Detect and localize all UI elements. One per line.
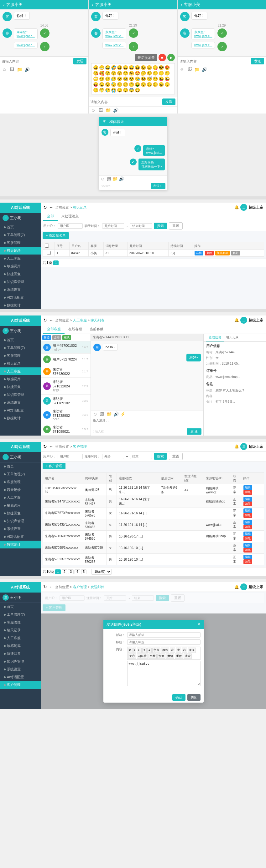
folder-icon[interactable]: 📁 bbox=[107, 411, 111, 416]
sound-icon[interactable]: 🔊 bbox=[113, 107, 118, 113]
emoji-item[interactable]: 😗 bbox=[105, 70, 111, 76]
page-5-btn[interactable]: 5 bbox=[81, 569, 87, 574]
open-demo-button[interactable]: 开启提示音 bbox=[135, 54, 157, 61]
emoji-icon[interactable]: ☺ bbox=[90, 107, 96, 113]
bell-icon[interactable]: 🔔 bbox=[234, 205, 239, 210]
emoji-item[interactable]: 😭 bbox=[111, 87, 116, 93]
image-icon[interactable]: 🖼 bbox=[98, 107, 103, 113]
edit-button[interactable]: 编辑 bbox=[243, 543, 252, 548]
sidebar-item-2[interactable]: 客服管理 bbox=[0, 618, 41, 626]
back-arrow-icon[interactable]: ‹ bbox=[3, 2, 4, 7]
align-right-btn[interactable]: 右 bbox=[182, 648, 187, 653]
emoji-item[interactable]: 😞 bbox=[164, 82, 170, 87]
emoji-item[interactable]: 😖 bbox=[158, 82, 164, 87]
start-date-input-3[interactable] bbox=[102, 454, 124, 459]
chat-list-item[interactable]: 客来访者571012024帮你...0:2:9 bbox=[41, 378, 90, 395]
sound-icon[interactable]: 🔊 bbox=[202, 67, 207, 72]
sidebar-item-8[interactable]: 系统设置 bbox=[0, 286, 41, 293]
blacklist-button[interactable]: 加黑 bbox=[243, 501, 252, 506]
edit-button[interactable]: 编辑 bbox=[243, 497, 252, 501]
refresh-icon[interactable]: ↻ bbox=[43, 318, 47, 323]
emoji-item[interactable]: 😧 bbox=[123, 87, 129, 93]
emoji-item[interactable]: 😔 bbox=[116, 82, 123, 87]
tab-online-agents[interactable]: 在线客服 bbox=[64, 325, 86, 334]
back-icon[interactable]: ← bbox=[49, 584, 53, 589]
emoji-item[interactable]: 😯 bbox=[129, 76, 134, 82]
sidebar-item-2[interactable]: 客服管理 bbox=[0, 352, 41, 360]
search-button[interactable]: 搜索 bbox=[154, 223, 167, 229]
reset-button-3[interactable]: 重置 bbox=[169, 453, 183, 460]
mid-chat-textarea[interactable] bbox=[91, 417, 203, 427]
chat-list-item[interactable]: 客来访者5764300220:1:7 bbox=[41, 365, 90, 378]
clear-btn[interactable]: 清除 bbox=[184, 653, 192, 659]
emoji-item[interactable]: 😄 bbox=[123, 65, 129, 70]
sidebar-item-10[interactable]: 客户管理 bbox=[0, 681, 41, 689]
emoji-icon[interactable]: ☺ bbox=[93, 411, 98, 416]
emoji-icon[interactable]: ☺ bbox=[100, 176, 105, 181]
emoji-item[interactable]: 😋 bbox=[152, 65, 158, 70]
color-btn[interactable]: 颜色 bbox=[161, 648, 169, 653]
sidebar-item-7[interactable]: 知识库管理 bbox=[0, 517, 41, 525]
sidebar-item-9[interactable]: AI对话配置 bbox=[0, 293, 41, 302]
image-icon[interactable]: 🖼 bbox=[100, 411, 105, 416]
emoji-item[interactable]: 🥰 bbox=[99, 70, 105, 76]
refresh-icon[interactable]: ↻ bbox=[43, 205, 47, 210]
emoji-item[interactable]: 😚 bbox=[116, 70, 123, 76]
select-all-checkbox[interactable] bbox=[45, 244, 49, 248]
detail-button[interactable]: 详情 bbox=[194, 251, 203, 255]
bell-icon[interactable]: 🔔 bbox=[234, 444, 239, 449]
emoji-item[interactable]: 🤩 bbox=[134, 70, 140, 76]
sidebar-item-3[interactable]: 聊天记录 bbox=[0, 247, 41, 254]
emoji-item[interactable]: 😐 bbox=[152, 70, 158, 76]
blacklist-button[interactable]: 加黑名单 bbox=[215, 251, 230, 255]
sidebar-item-10[interactable]: 数据统计 bbox=[0, 540, 41, 549]
tab-basic-info[interactable]: 基础信息 bbox=[206, 334, 224, 341]
sound-icon[interactable]: 🔊 bbox=[113, 411, 118, 416]
font-size-btn[interactable]: 字号 bbox=[152, 648, 160, 653]
sidebar-item-7[interactable]: 知识库管理 bbox=[0, 278, 41, 286]
emoji-item[interactable]: 😲 bbox=[140, 82, 146, 87]
emoji-item[interactable]: 😀 bbox=[93, 65, 99, 70]
align-center-btn[interactable]: 中 bbox=[176, 648, 181, 653]
emoji-item[interactable]: 🤔 bbox=[140, 70, 146, 76]
sidebar-item-1[interactable]: 工单管理(7) bbox=[0, 231, 41, 239]
sidebar-item-0[interactable]: 首页 bbox=[0, 462, 41, 470]
emoji-item[interactable]: 😨 bbox=[129, 87, 134, 93]
undo-btn[interactable]: 撤销 bbox=[166, 653, 174, 659]
back-icon[interactable]: ← bbox=[49, 444, 53, 449]
sidebar-item-4[interactable]: 人工客服 bbox=[0, 634, 41, 642]
edit-button[interactable]: 编辑 bbox=[243, 508, 252, 513]
quick-reply-icon[interactable]: ⚡ bbox=[120, 411, 125, 416]
italic-btn[interactable]: I bbox=[133, 648, 137, 653]
title-input[interactable] bbox=[127, 640, 201, 645]
edit-button[interactable]: 编辑 bbox=[243, 485, 252, 490]
sidebar-item-5[interactable]: 敏感词库 bbox=[0, 501, 41, 509]
sidebar-item-9[interactable]: AI对话配置 bbox=[0, 406, 41, 414]
mini-send-button[interactable]: 发送 ↵ bbox=[151, 183, 165, 189]
emoji-item[interactable]: 😜 bbox=[164, 76, 170, 82]
emoji-item[interactable]: 🤑 bbox=[134, 82, 140, 87]
chat-input-2[interactable] bbox=[90, 100, 161, 104]
page-size-select[interactable]: 10条/页 20条/页 bbox=[91, 569, 111, 575]
emoji-item[interactable]: 😂 bbox=[105, 65, 111, 70]
emoji-item[interactable]: 😮 bbox=[116, 76, 123, 82]
sidebar-item-3[interactable]: 聊天记录 bbox=[0, 626, 41, 634]
sidebar-item-7[interactable]: 知识库管理 bbox=[0, 391, 41, 399]
sidebar-item-6[interactable]: 快捷回复 bbox=[0, 509, 41, 517]
blacklist-button[interactable]: 加黑 bbox=[243, 536, 252, 541]
emoji-item[interactable]: 😙 bbox=[111, 70, 116, 76]
sidebar-item-10[interactable]: 数据统计 bbox=[0, 302, 41, 309]
emoji-item[interactable]: 😉 bbox=[140, 65, 146, 70]
underline-btn[interactable]: U bbox=[137, 648, 142, 653]
emoji-item[interactable]: 😟 bbox=[93, 87, 99, 93]
sidebar-item-8[interactable]: 系统设置 bbox=[0, 399, 41, 406]
refresh-icon[interactable]: ↻ bbox=[43, 444, 47, 449]
sidebar-item-3[interactable]: 聊天记录 bbox=[0, 360, 41, 367]
back-arrow-icon[interactable]: ‹ bbox=[92, 2, 93, 7]
strikethrough-btn[interactable]: S bbox=[142, 648, 147, 653]
page-3-btn[interactable]: 3 bbox=[68, 569, 74, 574]
redo-btn[interactable]: 重做 bbox=[175, 653, 183, 659]
emoji-item[interactable]: 😃 bbox=[116, 65, 123, 70]
emoji-item[interactable]: 😒 bbox=[105, 82, 111, 87]
emoji-item[interactable]: 😛 bbox=[158, 76, 164, 82]
